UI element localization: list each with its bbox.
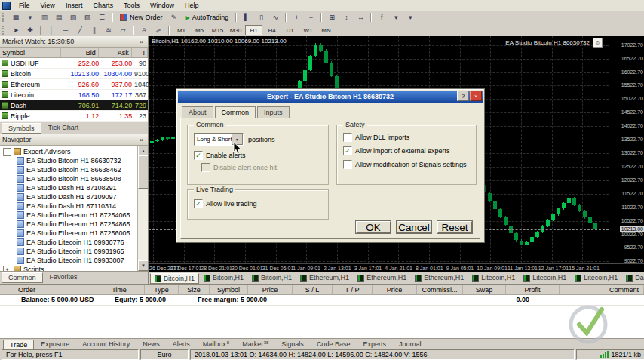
column-header-symbol[interactable]: Symbol	[210, 285, 248, 294]
scroll-down-icon[interactable]: ▼	[138, 260, 148, 271]
menu-file[interactable]: File	[14, 1, 35, 10]
cursor-tool-icon[interactable]: ➤	[9, 24, 23, 36]
timeframe-h4[interactable]: H4	[263, 25, 281, 35]
navigator-item[interactable]: EA Studio Dash H1 87109097	[0, 192, 148, 202]
checkbox-allow-dll-imports[interactable]: Allow DLL imports	[343, 133, 467, 142]
navigator-item[interactable]: EA Studio Bitcoin H1 86630732	[0, 156, 148, 165]
dialog-close-button[interactable]: ×	[470, 91, 482, 101]
terminal-tab-account-history[interactable]: Account History	[76, 340, 136, 349]
timeframe-m1[interactable]: M1	[173, 25, 190, 35]
new-order-button[interactable]: New Order	[116, 11, 167, 23]
chart-window[interactable]: 17022.7016522.7016022.7015522.7015022.70…	[149, 36, 644, 272]
terminal-tab-exposure[interactable]: Exposure	[35, 340, 75, 349]
navigator-close-icon[interactable]: ×	[137, 136, 146, 144]
terminal-tab-market[interactable]: Market38	[236, 340, 274, 349]
dialog-tab-about[interactable]: About	[182, 106, 213, 118]
navigator-item[interactable]: EA Studio Bitcoin H1 86638462	[0, 165, 148, 174]
symbol-row-bitcoin[interactable]: Bitcoin10213.0010304.009100	[0, 69, 148, 79]
chart-tab-litecoin-h1[interactable]: Litecoin,H1	[468, 273, 519, 282]
templates-dropdown-icon[interactable]: ▾	[403, 11, 417, 23]
timeframe-d1[interactable]: D1	[281, 25, 299, 35]
checkbox-disable-alert-once-hit[interactable]: Disable alert once hit	[201, 163, 277, 172]
navigator-item[interactable]: EA Studio Litecoin H1 09933007	[0, 256, 148, 265]
tile-windows-icon[interactable]: ⊞	[325, 11, 339, 23]
menu-charts[interactable]: Charts	[87, 1, 118, 10]
column-header-t-p[interactable]: T / P	[333, 285, 373, 294]
column-header-time[interactable]: Time	[94, 285, 145, 294]
cancel-button[interactable]: Cancel	[397, 221, 431, 233]
column-header-bid[interactable]: Bid	[61, 48, 98, 57]
menu-view[interactable]: View	[35, 1, 60, 10]
column-header-price[interactable]: Price	[373, 285, 417, 294]
status-account[interactable]: Euro	[140, 349, 189, 360]
channel-tool-icon[interactable]: ∥	[87, 24, 101, 36]
crosshair-tool-icon[interactable]: ✚	[23, 24, 37, 36]
dialog-tab-inputs[interactable]: Inputs	[257, 106, 290, 118]
vertical-line-tool-icon[interactable]: │	[44, 24, 58, 36]
column-header-size[interactable]: Size	[179, 285, 210, 294]
navigator-item[interactable]: EA Studio Dash H1 87108291	[0, 183, 148, 192]
chart-tab-bitcoin-h1[interactable]: Bitcoin,H1	[150, 273, 199, 284]
timeframe-h1[interactable]: H1	[245, 25, 262, 35]
timeframe-m30[interactable]: M30	[227, 25, 244, 35]
chart-tab-dash-h1[interactable]: Dash,H1	[622, 273, 644, 282]
navigator-item[interactable]: EA Studio Litecoin H1 09930776	[0, 238, 148, 247]
column-header-order[interactable]: Order	[0, 285, 94, 294]
ea-smiley-icon[interactable]: ☺	[593, 38, 603, 48]
market-watch-tab-symbols[interactable]: Symbols	[2, 123, 41, 134]
chart-shift-icon[interactable]: ↔	[354, 11, 367, 23]
navigator-item[interactable]: EA Studio Bitcoin H1 86638508	[0, 174, 148, 183]
chart-tab-bitcoin-h1[interactable]: Bitcoin,H1	[200, 273, 247, 282]
checkbox-box[interactable]	[201, 163, 210, 172]
symbol-row-litecoin[interactable]: Litecoin168.50172.17367	[0, 90, 148, 100]
market-watch-tab-tick-chart[interactable]: Tick Chart	[42, 123, 85, 132]
navigator-item[interactable]: EA Studio Litecoin H1 09931965	[0, 247, 148, 256]
bar-chart-mode-icon[interactable]: ▍	[240, 11, 253, 23]
column-header-swap[interactable]: Swap	[463, 285, 506, 294]
scrollbar-thumb[interactable]	[138, 155, 148, 189]
profiles-dropdown-icon[interactable]: ▾	[23, 11, 37, 23]
terminal-tab-experts[interactable]: Experts	[357, 340, 392, 349]
chart-tab-litecoin-h1[interactable]: Litecoin,H1	[571, 273, 621, 282]
new-chart-icon[interactable]: ▦	[9, 11, 23, 23]
column-header-type[interactable]: Type	[145, 285, 179, 294]
data-window-toggle-icon[interactable]: ▤	[52, 11, 66, 23]
navigator-root-expert-advisors[interactable]: −Expert Advisors	[0, 147, 148, 156]
trendline-tool-icon[interactable]: ╱	[73, 24, 87, 36]
indicators-list-icon[interactable]: f	[375, 11, 388, 23]
menu-tools[interactable]: Tools	[118, 1, 145, 10]
menu-help[interactable]: Help	[179, 1, 204, 10]
fibonacci-tool-icon[interactable]: ≋	[102, 24, 115, 36]
candlestick-mode-icon[interactable]: ▯	[254, 11, 268, 23]
dialog-help-button[interactable]: ?	[457, 91, 469, 101]
chart-tab-ethereum-h1[interactable]: Ethereum,H1	[296, 273, 353, 282]
chart-tab-litecoin-h1[interactable]: Litecoin,H1	[520, 273, 570, 282]
column-header-s-l[interactable]: S / L	[293, 285, 333, 294]
column-header-ask[interactable]: Ask	[99, 48, 132, 57]
text-tool-icon[interactable]: A	[137, 24, 151, 36]
symbol-row-usdhuf[interactable]: USDHUF252.00253.0090	[0, 58, 148, 69]
auto-scroll-icon[interactable]: ↕	[339, 11, 353, 23]
checkbox-box[interactable]	[343, 160, 352, 169]
terminal-tab-news[interactable]: News	[136, 340, 166, 349]
column-header-price[interactable]: Price	[248, 285, 293, 294]
chart-tab-ethereum-h1[interactable]: Ethereum,H1	[354, 273, 410, 282]
shapes-tool-icon[interactable]: ▱	[116, 24, 130, 36]
menu-window[interactable]: Window	[145, 1, 179, 10]
navigator-toggle-icon[interactable]: ▧	[66, 11, 80, 23]
timeframe-mn[interactable]: MN	[317, 25, 335, 35]
zoom-out-icon[interactable]: −	[304, 11, 317, 23]
reset-button[interactable]: Reset	[437, 221, 472, 233]
navigator-item[interactable]: EA Studio Ethereum H1 87254065	[0, 211, 148, 220]
column-header-profit[interactable]: Profit	[506, 285, 560, 294]
checkbox-allow-modification-of-signals-settings[interactable]: Allow modification of Signals settings	[343, 160, 467, 169]
menu-insert[interactable]: Insert	[60, 1, 88, 10]
checkbox-box[interactable]: ✓	[194, 199, 203, 208]
chart-tab-bitcoin-h1[interactable]: Bitcoin,H1	[248, 273, 296, 282]
navigator-tab-common[interactable]: Common	[2, 272, 43, 283]
dialog-title-bar[interactable]: Expert - EA Studio Bitcoin H1 86630732	[178, 91, 483, 103]
timeframe-m15[interactable]: M15	[209, 25, 226, 35]
dialog-tab-common[interactable]: Common	[215, 106, 256, 118]
navigator-item[interactable]: EA Studio Dash H1 87110314	[0, 202, 148, 211]
checkbox-allow-import-of-external-experts[interactable]: ✓Allow import of external experts	[343, 146, 467, 155]
